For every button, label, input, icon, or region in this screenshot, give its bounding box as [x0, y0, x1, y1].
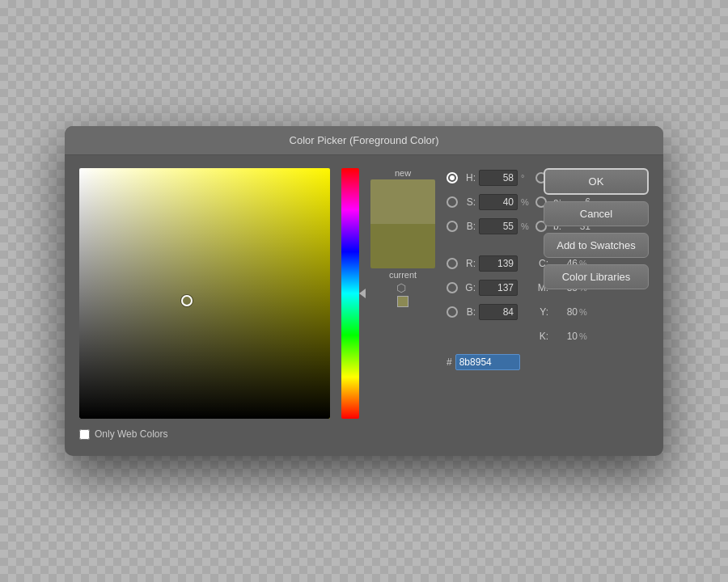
b-input[interactable]: [479, 218, 518, 234]
k-value: 10: [550, 331, 578, 342]
b2-input[interactable]: [479, 304, 518, 320]
fields-area: H: ° S: % B:: [447, 168, 532, 370]
warning-icons: ⬡: [396, 281, 409, 307]
color-gradient: [79, 168, 330, 419]
only-web-colors-label: Only Web Colors: [95, 428, 167, 440]
preview-area: new current ⬡: [370, 168, 435, 307]
only-web-colors-row: Only Web Colors: [79, 428, 330, 440]
hex-input[interactable]: [455, 354, 520, 370]
s-field-row: S: %: [447, 192, 532, 212]
ok-button[interactable]: OK: [544, 168, 649, 195]
preview-new-color: [370, 179, 435, 224]
color-libraries-button[interactable]: Color Libraries: [544, 264, 649, 289]
g-input[interactable]: [479, 280, 518, 296]
only-web-colors-checkbox[interactable]: [79, 429, 90, 440]
g-radio[interactable]: [447, 282, 458, 293]
s-label: S:: [461, 196, 476, 208]
r-input[interactable]: [479, 255, 518, 272]
swatch-warning-box[interactable]: [397, 296, 408, 307]
color-field[interactable]: [79, 168, 330, 419]
r-radio[interactable]: [447, 258, 458, 269]
preview-current-color: [370, 224, 435, 268]
current-label: current: [389, 270, 417, 280]
color-picker-dialog: Color Picker (Foreground Color) Only Web…: [65, 126, 663, 456]
b-field-row: B: %: [447, 217, 532, 236]
g-field-row: G:: [447, 278, 532, 297]
new-label: new: [395, 168, 411, 178]
b2-field-row: B:: [447, 302, 532, 322]
h-field-row: H: °: [447, 168, 532, 188]
h-unit: °: [521, 173, 532, 183]
right-panel: OK Cancel Add to Swatches Color Librarie…: [544, 168, 649, 289]
fields-columns: H: ° S: % B:: [447, 168, 532, 346]
hue-slider[interactable]: [341, 168, 359, 419]
color-field-section: Only Web Colors: [79, 168, 330, 440]
hsb-fields: H: ° S: % B:: [447, 168, 532, 346]
y-unit: %: [579, 307, 587, 317]
b2-label: B:: [461, 306, 476, 318]
y-field-row: Y: 80 %: [535, 302, 590, 322]
b2-radio[interactable]: [447, 306, 458, 318]
cube-icon[interactable]: ⬡: [396, 281, 409, 294]
hue-slider-arrow: [359, 289, 366, 298]
y-label: Y:: [535, 306, 548, 318]
y-value: 80: [550, 306, 578, 318]
hex-row: #: [447, 354, 532, 370]
hex-hash: #: [447, 356, 452, 368]
hue-slider-bar: [341, 168, 359, 419]
dialog-title: Color Picker (Foreground Color): [65, 126, 663, 155]
h-input[interactable]: [479, 170, 518, 186]
r-label: R:: [461, 258, 476, 269]
b-unit: %: [521, 221, 532, 231]
r-field-row: R:: [447, 254, 532, 273]
s-radio[interactable]: [447, 196, 458, 208]
g-label: G:: [461, 282, 476, 293]
s-unit: %: [521, 197, 532, 207]
add-to-swatches-button[interactable]: Add to Swatches: [544, 233, 649, 258]
k-field-row: K: 10 %: [535, 327, 590, 346]
k-unit: %: [579, 331, 587, 341]
h-radio[interactable]: [447, 172, 458, 183]
s-input[interactable]: [479, 194, 518, 210]
h-label: H:: [461, 172, 476, 183]
b-radio[interactable]: [447, 221, 458, 232]
b-label: B:: [461, 221, 476, 232]
k-label: K:: [535, 331, 548, 342]
cancel-button[interactable]: Cancel: [544, 201, 649, 226]
